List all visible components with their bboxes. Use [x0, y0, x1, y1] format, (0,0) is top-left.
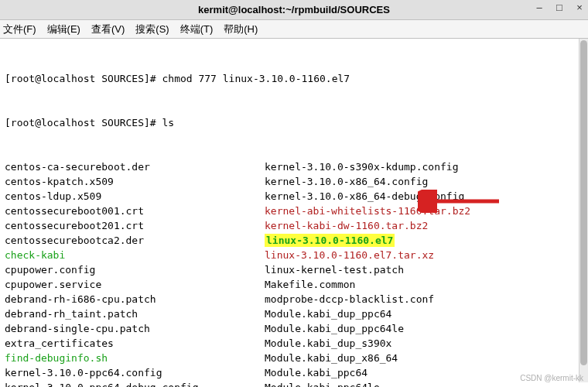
file-entry: debrand-rh-i686-cpu.patch: [5, 293, 156, 305]
file-entry: modprobe-dccp-blacklist.conf: [265, 293, 434, 305]
menu-file[interactable]: 文件(F): [3, 22, 36, 36]
file-entry: Module.kabi_dup_ppc64: [265, 308, 391, 320]
file-entry: Module.kabi_dup_x86_64: [265, 352, 398, 364]
file-entry: centossecurebootca2.der: [5, 235, 144, 246]
listing-row: debrand-rh-i686-cpu.patchmodprobe-dccp-b…: [5, 292, 583, 307]
listing-row: centos-kpatch.x509kernel-3.10.0-x86_64.c…: [5, 174, 583, 189]
file-entry: extra_certificates: [5, 337, 114, 349]
file-entry: cpupower.service: [5, 279, 101, 290]
listing-row: centossecurebootca2.derlinux-3.10.0-1160…: [5, 233, 583, 248]
scrollbar-thumb[interactable]: [580, 40, 587, 365]
menubar: 文件(F) 编辑(E) 查看(V) 搜索(S) 终端(T) 帮助(H): [0, 20, 588, 39]
listing-row: extra_certificatesModule.kabi_dup_s390x: [5, 336, 583, 351]
menu-view[interactable]: 查看(V): [91, 22, 125, 36]
file-entry: centossecureboot201.crt: [5, 220, 144, 231]
file-entry: kernel-3.10.0-s390x-kdump.config: [265, 161, 458, 173]
file-entry: centos-kpatch.x509: [5, 176, 114, 187]
listing-row: kernel-3.10.0-ppc64.configModule.kabi_pp…: [5, 365, 583, 380]
listing-row: centossecureboot201.crtkernel-kabi-dw-11…: [5, 218, 583, 233]
listing-row: check-kabilinux-3.10.0-1160.el7.tar.xz: [5, 248, 583, 262]
scrollbar[interactable]: [579, 39, 588, 382]
listing-row: kernel-3.10.0-ppc64-debug.configModule.k…: [5, 380, 583, 387]
listing-row: centossecureboot001.crtkernel-abi-whitel…: [5, 204, 583, 218]
listing-row: debrand-rh_taint.patchModule.kabi_dup_pp…: [5, 307, 583, 321]
window-title: kermit@localhost:~/rpmbuild/SOURCES: [198, 4, 390, 15]
file-entry: Makefile.common: [265, 279, 355, 290]
listing-row: find-debuginfo.shModule.kabi_dup_x86_64: [5, 351, 583, 365]
listing-row: cpupower.configlinux-kernel-test.patch: [5, 262, 583, 277]
file-entry: centos-ca-secureboot.der: [5, 161, 150, 173]
file-entry-highlighted: linux-3.10.0-1160.el7: [265, 234, 395, 247]
ls-listing: centos-ca-secureboot.derkernel-3.10.0-s3…: [5, 159, 583, 387]
file-entry: debrand-single-cpu.patch: [5, 323, 150, 334]
file-entry: kernel-3.10.0-ppc64.config: [5, 367, 162, 378]
file-entry: linux-kernel-test.patch: [265, 264, 404, 276]
file-entry: check-kabi: [5, 249, 65, 261]
close-button[interactable]: ×: [574, 2, 585, 13]
minimize-button[interactable]: –: [534, 2, 545, 13]
watermark: CSDN @kermit-kk: [520, 374, 583, 382]
menu-terminal[interactable]: 终端(T): [180, 22, 214, 36]
file-entry: Module.kabi_dup_ppc64le: [265, 323, 404, 334]
file-entry: centossecureboot001.crt: [5, 205, 144, 217]
window-controls: – □ ×: [534, 2, 585, 13]
menu-edit[interactable]: 编辑(E): [47, 22, 80, 36]
file-entry: find-debuginfo.sh: [5, 352, 108, 364]
file-entry: debrand-rh_taint.patch: [5, 308, 138, 320]
listing-row: cpupower.serviceMakefile.common: [5, 277, 583, 292]
listing-row: debrand-single-cpu.patchModule.kabi_dup_…: [5, 321, 583, 336]
file-entry: cpupower.config: [5, 264, 95, 276]
menu-search[interactable]: 搜索(S): [135, 22, 169, 36]
prompt-line-2: [root@localhost SOURCES]# ls: [5, 115, 583, 130]
file-entry: kernel-kabi-dw-1160.tar.bz2: [265, 220, 428, 231]
file-entry: kernel-3.10.0-x86_64.config: [265, 176, 428, 187]
file-entry: kernel-3.10.0-x86_64-debug.config: [265, 190, 464, 202]
listing-row: centos-ldup.x509kernel-3.10.0-x86_64-deb…: [5, 189, 583, 204]
file-entry: Module.kabi_dup_s390x: [265, 337, 391, 349]
maximize-button[interactable]: □: [554, 2, 565, 13]
prompt-line-1: [root@localhost SOURCES]# chmod 777 linu…: [5, 71, 583, 86]
file-entry: Module.kabi_ppc64le: [265, 382, 380, 387]
file-entry: linux-3.10.0-1160.el7.tar.xz: [265, 249, 434, 261]
menu-help[interactable]: 帮助(H): [224, 22, 258, 36]
file-entry: kernel-3.10.0-ppc64-debug.config: [5, 382, 198, 387]
listing-row: centos-ca-secureboot.derkernel-3.10.0-s3…: [5, 159, 583, 174]
file-entry: Module.kabi_ppc64: [265, 367, 368, 378]
file-entry: centos-ldup.x509: [5, 190, 101, 202]
terminal-output[interactable]: [root@localhost SOURCES]# chmod 777 linu…: [0, 39, 588, 387]
titlebar: kermit@localhost:~/rpmbuild/SOURCES – □ …: [0, 0, 588, 20]
file-entry: kernel-abi-whitelists-1160.tar.bz2: [265, 205, 470, 217]
